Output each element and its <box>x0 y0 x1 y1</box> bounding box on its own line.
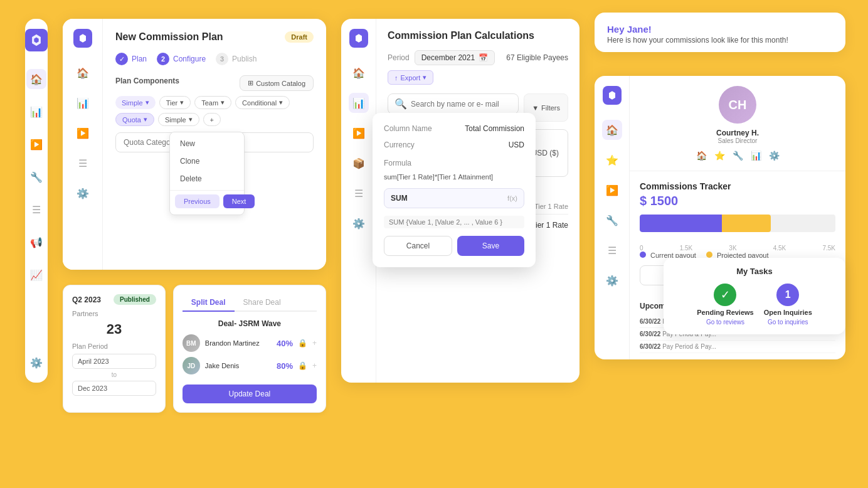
tasks-stats: ✓ Pending Reviews Go to reviews 1 Open I… <box>674 284 835 326</box>
formula-detail: SUM {Value 1, [Value 2, ... , Value 6 } <box>384 216 524 228</box>
add-icon[interactable]: + <box>312 339 317 347</box>
tracker-amount: $ 1500 <box>640 194 835 208</box>
profile-chart-icon[interactable]: 📊 <box>751 151 761 161</box>
right-list-icon[interactable]: ☰ <box>602 240 622 260</box>
export-button[interactable]: ↑ Export ▾ <box>388 70 433 85</box>
formula-popup: Column Name Total Commission Currency US… <box>373 113 536 267</box>
avatar-img-brandon: BM <box>183 334 200 352</box>
middle-panel-header: Commission Plan Calculations <box>388 30 568 41</box>
mid-gear-icon[interactable]: ⚙️ <box>349 213 369 233</box>
tag-quota[interactable]: Quota ▾ <box>115 113 154 126</box>
right-gear-icon[interactable]: ⚙️ <box>602 270 622 290</box>
cancel-button[interactable]: Cancel <box>384 236 452 256</box>
save-button[interactable]: Save <box>457 236 524 256</box>
steps-bar: ✓ Plan 2 Configure 3 Publish <box>115 53 314 65</box>
left-panel-list-icon[interactable]: ☰ <box>73 153 93 173</box>
right-star-icon[interactable]: ⭐ <box>602 150 622 170</box>
panel-header: New Commission Plan Draft <box>115 31 314 43</box>
left-panel-chart-icon[interactable]: 📊 <box>73 93 93 113</box>
sidebar-item-home[interactable]: 🏠 <box>26 69 46 89</box>
bar-yellow <box>722 215 771 232</box>
dropdown-clone[interactable]: Clone <box>170 152 244 170</box>
middle-sidebar: 🏠 📊 ▶️ 📦 ☰ ⚙️ <box>341 19 376 383</box>
mid-play-icon[interactable]: ▶️ <box>349 123 369 143</box>
prev-button[interactable]: Previous <box>175 194 220 208</box>
sidebar-item-tools[interactable]: 🔧 <box>26 167 46 187</box>
fx-hint: f(x) <box>507 194 517 202</box>
payees-count: 67 Eligible Payees <box>506 53 568 62</box>
bar-purple <box>640 215 722 232</box>
lock-icon2: 🔒 <box>298 361 307 370</box>
tag-conditional[interactable]: Conditional ▾ <box>235 96 290 109</box>
left-panel-wrapper: 🏠 📊 ▶️ ☰ ⚙️ New Commission Plan Draft ✓ … <box>63 13 326 413</box>
q2-header-row: Q2 2023 Published <box>72 294 156 305</box>
bar-labels: 0 1.5K 3K 4.5K 7.5K <box>640 245 835 252</box>
chevron-down-icon: ▾ <box>423 73 426 82</box>
catalog-icon: ⊞ <box>248 79 253 87</box>
bar-label-45k: 4.5K <box>773 245 786 252</box>
sidebar-item-reports[interactable]: ☰ <box>26 199 46 220</box>
bottom-cards: Q2 2023 Published Partners 23 Plan Perio… <box>63 285 326 413</box>
sidebar-item-stats[interactable]: 📈 <box>26 265 46 285</box>
mid-chart-icon[interactable]: 📊 <box>349 93 369 113</box>
update-deal-button[interactable]: Update Deal <box>183 385 317 403</box>
left-panel-play-icon[interactable]: ▶️ <box>73 123 93 143</box>
step-configure-num: 2 <box>157 53 169 65</box>
period-value[interactable]: December 2021 📅 <box>415 50 495 65</box>
sidebar-item-media[interactable]: ▶️ <box>26 134 46 154</box>
tag-simple2[interactable]: Simple ▾ <box>158 113 199 126</box>
right-wrench-icon[interactable]: 🔧 <box>602 210 622 230</box>
step-plan-label: Plan <box>132 55 147 63</box>
commission-plan-panel: 🏠 📊 ▶️ ☰ ⚙️ New Commission Plan Draft ✓ … <box>63 19 326 270</box>
tag-add[interactable]: + <box>203 113 221 126</box>
left-panel-gear-icon[interactable]: ⚙️ <box>73 183 93 203</box>
tag-team[interactable]: Team ▾ <box>194 96 231 109</box>
right-play-icon[interactable]: ▶️ <box>602 180 622 200</box>
deal-name: Deal- JSRM Wave <box>183 319 317 328</box>
left-panel-logo <box>73 29 92 48</box>
next-button[interactable]: Next <box>223 194 255 208</box>
mid-list-icon[interactable]: ☰ <box>349 183 369 203</box>
column-name-label: Column Name <box>384 124 432 133</box>
dropdown-delete[interactable]: Delete <box>170 170 244 188</box>
search-input[interactable] <box>411 100 512 109</box>
middle-logo <box>349 29 368 48</box>
profile-wrench-icon[interactable]: 🔧 <box>733 151 743 161</box>
profile-section: CH Courtney H. Sales Director 🏠 ⭐ 🔧 📊 ⚙️ <box>630 76 845 171</box>
pending-reviews-sub[interactable]: Go to reviews <box>706 319 744 326</box>
right-home-icon[interactable]: 🏠 <box>602 120 622 140</box>
right-panel-wrapper: Hey Jane! Here is how your commissions l… <box>595 13 845 359</box>
sidebar-item-campaigns[interactable]: 📢 <box>26 232 46 252</box>
chevron-icon: ▾ <box>221 98 225 107</box>
from-date: April 2023 <box>72 354 156 369</box>
step-publish: 3 Publish <box>216 53 257 65</box>
profile-star-icon[interactable]: ⭐ <box>714 151 725 161</box>
profile-name: Courtney H. <box>716 129 759 137</box>
period-label: Period <box>388 53 410 62</box>
sidebar-item-analytics[interactable]: 📊 <box>26 102 46 122</box>
open-inquiries-sub[interactable]: Go to inquiries <box>768 319 808 326</box>
tag-tier[interactable]: Tier ▾ <box>159 96 191 109</box>
my-tasks-card: My Tasks ✓ Pending Reviews Go to reviews… <box>664 258 845 334</box>
plan-period-section: Plan Period April 2023 to Dec 2023 <box>72 342 156 396</box>
formula-box: SUM f(x) <box>384 188 524 208</box>
profile-gear-icon[interactable]: ⚙️ <box>769 151 780 161</box>
profile-home-icon[interactable]: 🏠 <box>696 151 707 161</box>
custom-catalog-button[interactable]: ⊞ Custom Catalog <box>240 75 314 91</box>
split-deal-card: Split Deal Share Deal Deal- JSRM Wave BM… <box>173 285 326 413</box>
tab-share-deal[interactable]: Share Deal <box>235 294 290 310</box>
mid-home-icon[interactable]: 🏠 <box>349 63 369 83</box>
mid-box-icon[interactable]: 📦 <box>349 153 369 173</box>
person2-name: Jake Denis <box>205 362 272 369</box>
tracker-title: Commissions Tracker <box>640 181 835 191</box>
add-icon2[interactable]: + <box>312 361 317 370</box>
step-plan: ✓ Plan <box>115 53 147 65</box>
partners-section: Partners 23 <box>72 310 156 337</box>
left-panel-home-icon[interactable]: 🏠 <box>73 63 93 83</box>
dropdown-new[interactable]: New <box>170 135 244 152</box>
sidebar-item-settings[interactable]: ⚙️ <box>26 353 46 373</box>
deal-row-2: JD Jake Denis 80% 🔒 + <box>183 357 317 374</box>
tab-split-deal[interactable]: Split Deal <box>183 294 235 312</box>
bar-background <box>640 215 835 232</box>
tag-simple[interactable]: Simple ▾ <box>115 96 156 109</box>
